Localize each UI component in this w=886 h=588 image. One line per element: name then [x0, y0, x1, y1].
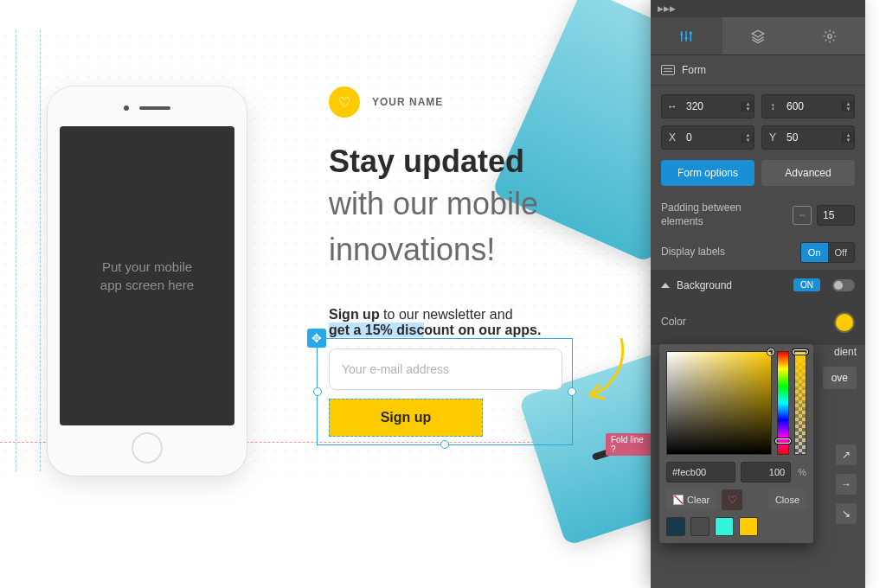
form-icon — [661, 65, 675, 75]
direction-icon[interactable]: ↗ — [836, 444, 857, 465]
panel-tabs — [651, 17, 865, 55]
padding-icon: ▫▫▫ — [793, 206, 812, 225]
resize-handle[interactable] — [568, 387, 576, 396]
y-field[interactable]: Y 50 ▲▼ — [761, 125, 855, 150]
hero-strong: Stay updated — [329, 143, 640, 180]
sub-text[interactable]: Sign up to our newsletter and get a 15% … — [329, 307, 541, 338]
chevron-up-icon — [661, 283, 670, 288]
move-handle-icon[interactable]: ✥ — [307, 329, 326, 348]
step-down[interactable]: ▼ — [742, 106, 754, 112]
close-picker-button[interactable]: Close — [768, 489, 806, 510]
opacity-input[interactable]: 100 — [741, 462, 791, 483]
gradient-option[interactable]: dient — [834, 346, 857, 358]
background-switch[interactable] — [832, 279, 855, 291]
advanced-button[interactable]: Advanced — [761, 160, 855, 186]
toggle-off[interactable]: Off — [828, 243, 854, 262]
clear-color-button[interactable]: Clear — [666, 489, 716, 510]
svg-point-3 — [827, 34, 831, 38]
direction-icon[interactable]: → — [836, 474, 857, 495]
saturation-value-area[interactable] — [666, 351, 772, 455]
toggle-on[interactable]: On — [801, 243, 828, 262]
element-type-header: Form — [651, 55, 865, 86]
width-field[interactable]: ↔ 320 ▲▼ — [661, 94, 754, 118]
curved-arrow-icon — [578, 333, 630, 411]
svg-point-0 — [681, 33, 684, 35]
swatch[interactable] — [715, 517, 734, 536]
editor-canvas[interactable]: Put your mobile app screen here ♡ YOUR N… — [0, 30, 651, 471]
hue-cursor[interactable] — [775, 438, 791, 444]
favorite-color-button[interactable]: ♡ — [722, 489, 742, 510]
brand-block[interactable]: ♡ YOUR NAME — [329, 86, 443, 118]
color-picker: #fecb00 100 % Clear ♡ Close — [659, 344, 813, 543]
panel-collapse-handle[interactable]: ▶▶▶ — [651, 0, 865, 17]
clear-label: Clear — [687, 495, 709, 505]
x-value: 0 — [683, 131, 742, 144]
phone-speaker — [124, 105, 170, 111]
form-options-button[interactable]: Form options — [661, 160, 754, 186]
properties-panel: ▶▶▶ Form ↔ 320 ▲▼ ↕ 600 ▲▼ X 0 ▲▼ — [651, 0, 865, 588]
width-value: 320 — [683, 100, 742, 112]
color-label: Color — [661, 316, 819, 329]
gear-icon — [822, 29, 838, 44]
guide-vertical[interactable] — [16, 30, 16, 471]
sub-highlight: get a 15% disc — [329, 323, 424, 337]
step-down[interactable]: ▼ — [842, 137, 854, 143]
tab-properties[interactable] — [651, 17, 722, 55]
height-icon: ↕ — [762, 100, 783, 112]
covered-button[interactable]: ove — [823, 367, 857, 389]
sliders-icon — [678, 29, 694, 44]
sub-rest: to our newsletter and — [380, 307, 513, 322]
clear-icon — [673, 495, 684, 505]
swatch[interactable] — [690, 517, 709, 536]
height-value: 600 — [783, 100, 842, 112]
background-state[interactable]: ON — [793, 278, 820, 291]
swatch[interactable] — [739, 517, 758, 536]
guide-vertical[interactable] — [40, 30, 41, 471]
alpha-slider[interactable] — [794, 351, 806, 455]
signup-button[interactable]: Sign up — [329, 399, 483, 437]
display-labels-toggle[interactable]: On Off — [800, 242, 855, 263]
display-labels-label: Display labels — [661, 246, 792, 259]
hero-line: innovations! — [329, 229, 640, 272]
swatch[interactable] — [666, 517, 685, 536]
height-field[interactable]: ↕ 600 ▲▼ — [761, 94, 855, 118]
alpha-cursor[interactable] — [793, 349, 808, 355]
brand-label: YOUR NAME — [372, 96, 443, 108]
covered-controls: dient ove ↗ → ↘ — [808, 346, 857, 524]
padding-label: Padding between elements — [661, 201, 784, 228]
y-value: 50 — [783, 131, 842, 144]
resize-handle[interactable] — [440, 440, 449, 449]
hero-line: with our mobile — [329, 183, 640, 226]
email-field[interactable]: Your e-mail address — [329, 348, 562, 390]
sub-bold: Sign up — [329, 307, 380, 322]
swatch-row — [666, 517, 806, 536]
tab-settings[interactable] — [793, 17, 865, 55]
width-icon: ↔ — [662, 100, 683, 112]
background-accordion[interactable]: Background ON — [651, 270, 865, 300]
y-label: Y — [762, 131, 783, 144]
svg-point-2 — [690, 31, 692, 34]
percent-label: % — [798, 467, 806, 477]
background-label: Background — [677, 279, 732, 291]
step-down[interactable]: ▼ — [842, 106, 854, 112]
hex-input[interactable]: #fecb00 — [666, 462, 735, 483]
hero-text[interactable]: Stay updated with our mobile innovations… — [329, 143, 640, 271]
step-down[interactable]: ▼ — [742, 137, 754, 143]
sv-cursor[interactable] — [767, 348, 774, 355]
direction-icon[interactable]: ↘ — [836, 503, 857, 524]
signup-label: Sign up — [381, 410, 432, 425]
phone-mockup[interactable]: Put your mobile app screen here — [48, 86, 247, 476]
sub-line2b: ount on our apps. — [424, 323, 541, 337]
x-field[interactable]: X 0 ▲▼ — [661, 125, 754, 150]
color-swatch[interactable] — [834, 312, 855, 333]
svg-point-1 — [685, 36, 688, 39]
phone-placeholder-text: Put your mobile — [100, 258, 194, 276]
phone-screen-placeholder[interactable]: Put your mobile app screen here — [60, 126, 234, 425]
heart-icon: ♡ — [329, 86, 360, 118]
fold-line-tag[interactable]: Fold line ? — [606, 433, 651, 456]
phone-home-button — [132, 432, 163, 463]
resize-handle[interactable] — [313, 387, 322, 396]
hue-slider[interactable] — [777, 351, 789, 455]
tab-layers[interactable] — [722, 17, 794, 55]
padding-input[interactable]: 15 — [817, 205, 855, 226]
